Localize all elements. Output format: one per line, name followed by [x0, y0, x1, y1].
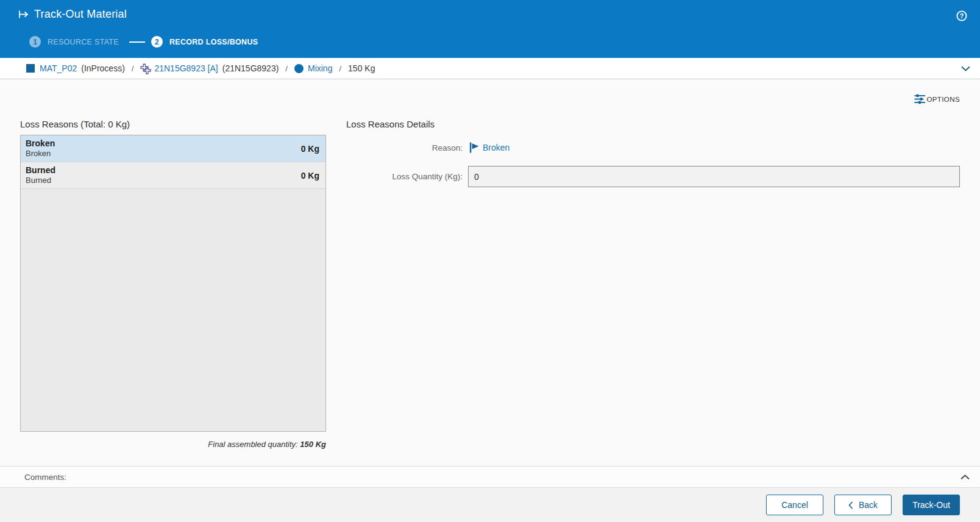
- final-quantity-label: Final assembled quantity:: [208, 440, 297, 449]
- options-label: OPTIONS: [926, 96, 960, 103]
- loss-reasons-title: Loss Reasons (Total: 0 Kg): [20, 119, 326, 129]
- final-quantity-value: 150 Kg: [300, 440, 326, 449]
- back-button[interactable]: Back: [834, 495, 892, 515]
- step-connector: [129, 41, 145, 43]
- back-label: Back: [859, 500, 878, 510]
- breadcrumb: MAT_P02 (InProcess) / 21N15G8923 [A] (21…: [0, 58, 980, 79]
- loss-quantity-input[interactable]: [468, 166, 960, 187]
- sliders-icon: [914, 94, 926, 104]
- reason-label: Reason:: [346, 143, 463, 152]
- track-out-label: Track-Out: [912, 500, 950, 510]
- breadcrumb-separator: /: [132, 64, 134, 73]
- reason-field-row: Reason: Broken: [346, 142, 960, 153]
- cancel-button[interactable]: Cancel: [766, 495, 823, 515]
- track-out-button[interactable]: Track-Out: [903, 495, 960, 515]
- chevron-left-icon: [848, 501, 853, 509]
- reason-quantity: 0 Kg: [301, 171, 319, 181]
- breadcrumb-quantity: 150 Kg: [348, 63, 375, 73]
- step-2-circle: 2: [151, 36, 163, 48]
- breadcrumb-separator: /: [339, 64, 341, 73]
- loss-reason-row-broken[interactable]: Broken Broken 0 Kg: [21, 135, 325, 162]
- breadcrumb-material-link[interactable]: MAT_P02: [40, 63, 77, 73]
- details-title: Loss Reasons Details: [346, 119, 960, 129]
- wizard-steps: 1 RESOURCE STATE 2 RECORD LOSS/BONUS: [29, 36, 258, 48]
- loss-reasons-panel: Loss Reasons (Total: 0 Kg) Broken Broken…: [20, 119, 326, 449]
- svg-text:?: ?: [960, 12, 964, 20]
- comments-label: Comments:: [24, 473, 66, 482]
- reason-name: Broken: [26, 139, 55, 149]
- chevron-up-icon[interactable]: [960, 472, 970, 482]
- reason-description: Broken: [26, 149, 55, 159]
- track-out-icon: [18, 9, 29, 20]
- step-1-label: RESOURCE STATE: [48, 38, 119, 46]
- final-assembled-quantity: Final assembled quantity: 150 Kg: [20, 440, 326, 449]
- loss-reason-row-burned[interactable]: Burned Burned 0 Kg: [21, 162, 325, 189]
- loss-quantity-field-row: Loss Quantity (Kg):: [346, 166, 960, 187]
- breadcrumb-material-state: (InProcess): [81, 63, 125, 73]
- flow-step-icon: [140, 63, 151, 74]
- flag-icon: [469, 142, 480, 153]
- loss-quantity-label: Loss Quantity (Kg):: [346, 172, 463, 181]
- title-row: Track-Out Material: [0, 0, 980, 21]
- reason-name: Burned: [26, 166, 55, 176]
- breadcrumb-flow-step-alt: (21N15G8923): [222, 63, 279, 73]
- options-button[interactable]: OPTIONS: [914, 94, 960, 104]
- reason-value-link[interactable]: Broken: [483, 143, 510, 152]
- reason-quantity: 0 Kg: [301, 144, 319, 154]
- operation-status-icon: [294, 64, 304, 73]
- material-icon: [26, 64, 35, 73]
- cancel-label: Cancel: [781, 500, 808, 510]
- breadcrumb-operation-link[interactable]: Mixing: [308, 63, 332, 73]
- step-1-circle: 1: [29, 36, 41, 48]
- footer-actions: Cancel Back Track-Out: [0, 487, 980, 522]
- step-2-label: RECORD LOSS/BONUS: [169, 38, 258, 46]
- chevron-down-icon[interactable]: [960, 63, 971, 74]
- breadcrumb-separator: /: [285, 64, 288, 73]
- loss-reasons-list: Broken Broken 0 Kg Burned Burned 0 Kg: [20, 135, 326, 432]
- top-header-bar: Track-Out Material ? 1 RESOURCE STATE 2 …: [0, 0, 980, 58]
- breadcrumb-flow-step-link[interactable]: 21N15G8923 [A]: [154, 63, 218, 73]
- help-icon[interactable]: ?: [956, 10, 967, 21]
- loss-reason-details-panel: Loss Reasons Details Reason: Broken Loss…: [346, 119, 960, 187]
- step-record-loss-bonus[interactable]: 2 RECORD LOSS/BONUS: [151, 36, 258, 48]
- comments-bar[interactable]: Comments:: [0, 466, 980, 487]
- page-title: Track-Out Material: [34, 8, 127, 21]
- step-resource-state[interactable]: 1 RESOURCE STATE: [29, 36, 119, 48]
- reason-description: Burned: [26, 176, 55, 185]
